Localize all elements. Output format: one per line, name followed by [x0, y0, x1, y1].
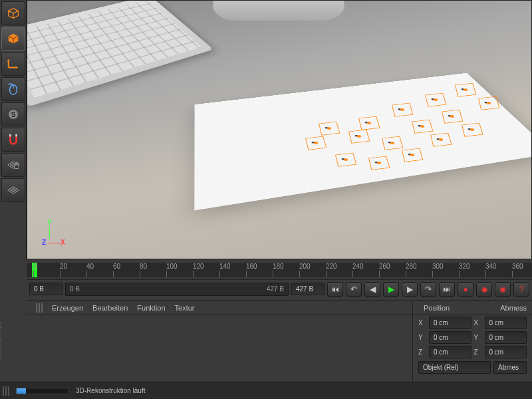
coord-x-label2: X: [474, 319, 482, 327]
goto-last-button[interactable]: ⏭: [439, 282, 455, 297]
timeline-tick: 320: [459, 263, 470, 270]
size-column-label: Abmess: [500, 304, 527, 312]
tool-grid-lock-icon[interactable]: [1, 153, 25, 177]
autokey-button[interactable]: ◉: [495, 282, 511, 297]
timeline-tick: 160: [246, 263, 257, 270]
motion-tracker-marker[interactable]: [392, 103, 413, 117]
timeline-tick: 200: [299, 263, 311, 270]
motion-tracker-marker[interactable]: [455, 83, 476, 97]
panel-grip-icon[interactable]: [36, 303, 43, 313]
rewind-button[interactable]: ↶: [346, 282, 362, 297]
status-text: 3D-Rekonstruktion läuft: [76, 387, 146, 394]
attribute-left: Erzeugen Bearbeiten Funktion Textur: [27, 301, 412, 382]
tool-model-solid-icon[interactable]: [1, 27, 25, 51]
timeline-tick: 60: [113, 263, 120, 270]
timeline-tick: 40: [86, 263, 94, 270]
timeline-current-field[interactable]: 427 B: [291, 283, 325, 295]
coord-y-label: Y: [418, 334, 426, 341]
coord-x-label: X: [418, 319, 426, 327]
axis-x-label: X: [61, 239, 65, 246]
svg-rect-6: [15, 165, 19, 169]
timeline-tick: 340: [485, 263, 497, 270]
menu-textur[interactable]: Textur: [175, 304, 195, 312]
motion-tracker-marker[interactable]: [348, 130, 370, 144]
coord-mode-select[interactable]: Objekt (Rel): [418, 361, 491, 374]
motion-tracker-marker[interactable]: [425, 93, 446, 107]
coord-y-position-field[interactable]: 0 cm: [429, 331, 471, 344]
motion-tracker-marker[interactable]: [402, 148, 423, 162]
timeline-tick: 20: [60, 263, 67, 270]
goto-first-button[interactable]: ⏮: [327, 282, 343, 297]
coord-y-label2: Y: [474, 334, 482, 341]
menu-erzeugen[interactable]: Erzeugen: [52, 304, 83, 312]
timeline-ruler[interactable]: 0204060801001201401601802002202402602803…: [27, 263, 532, 277]
timeline-tick: 240: [352, 263, 364, 270]
range-end-label: 427 B: [267, 285, 284, 293]
svg-rect-5: [15, 134, 17, 137]
tool-model-wire-icon[interactable]: [1, 1, 25, 25]
menu-funktion[interactable]: Funktion: [137, 304, 165, 312]
motion-tracker-marker[interactable]: [319, 122, 340, 136]
coord-x-position-field[interactable]: 0 cm: [429, 317, 471, 329]
timeline-tick: 80: [140, 263, 147, 270]
brand-logo: MAXON CINEMA 4D: [0, 321, 3, 359]
tool-grid-icon[interactable]: [1, 178, 25, 202]
timeline-tick: 140: [219, 263, 231, 270]
attribute-menu: Erzeugen Bearbeiten Funktion Textur: [27, 301, 412, 315]
keyframe-button[interactable]: ◆: [476, 282, 492, 297]
timeline-tick: 100: [166, 263, 178, 270]
motion-tracker-marker[interactable]: [412, 120, 433, 134]
timeline-tick: 220: [326, 263, 337, 270]
next-frame-button[interactable]: ▶: [402, 282, 418, 297]
scene-monitor-base: [209, 0, 348, 21]
motion-tracker-marker[interactable]: [442, 110, 463, 124]
motion-tracker-marker[interactable]: [430, 133, 452, 147]
coord-z-label2: Z: [474, 348, 482, 356]
motion-tracker-marker[interactable]: [478, 96, 499, 110]
tool-axis-move-icon[interactable]: [1, 52, 25, 76]
prev-frame-button[interactable]: ◀: [364, 282, 380, 297]
timeline-tick: 280: [406, 263, 417, 270]
svg-text:S: S: [11, 111, 16, 118]
timeline-tick: 0: [33, 263, 37, 270]
range-start-label: 0 B: [70, 285, 80, 293]
coordinates-panel: Position Abmess X 0 cm X 0 cm Y 0 cm Y 0…: [412, 301, 532, 382]
motion-tracker-marker[interactable]: [382, 136, 403, 150]
record-button[interactable]: ●: [458, 282, 473, 297]
brand-line2: CINEMA 4D: [0, 321, 3, 359]
timeline-tick: 260: [379, 263, 390, 270]
motion-tracker-marker[interactable]: [462, 123, 483, 137]
viewport[interactable]: Y X Z: [27, 0, 532, 259]
transport-bar: 0 B 0 B 427 B 427 B ⏮ ↶ ◀ ▶ ▶ ↷ ⏭ ● ◆ ◉ …: [27, 279, 532, 298]
coord-z-size-field[interactable]: 0 cm: [485, 346, 527, 358]
coord-z-label: Z: [418, 348, 426, 356]
size-mode-select[interactable]: Abmes: [493, 361, 527, 374]
status-grip-icon[interactable]: [3, 386, 9, 396]
tool-magnet-icon[interactable]: [1, 128, 25, 152]
position-column-label: Position: [424, 304, 450, 312]
svg-rect-4: [9, 134, 11, 137]
left-toolbar: S: [0, 0, 27, 259]
motion-tracker-marker[interactable]: [358, 116, 380, 130]
help-button[interactable]: ?: [513, 282, 529, 297]
menu-bearbeiten[interactable]: Bearbeiten: [92, 304, 128, 312]
forward-button[interactable]: ↷: [420, 282, 436, 297]
axis-y-label: Y: [47, 219, 52, 226]
tool-mouse-icon[interactable]: [1, 77, 25, 101]
timeline-tick: 120: [193, 263, 204, 270]
motion-tracker-marker[interactable]: [335, 153, 356, 167]
tool-sphere-s-icon[interactable]: S: [1, 102, 25, 126]
play-button[interactable]: ▶: [383, 282, 399, 297]
axis-z-label: Z: [42, 239, 46, 246]
coord-z-position-field[interactable]: 0 cm: [429, 346, 471, 358]
scene-keyboard: [27, 0, 213, 107]
timeline-tick: 180: [273, 263, 284, 270]
coord-x-size-field[interactable]: 0 cm: [485, 317, 527, 329]
coord-y-size-field[interactable]: 0 cm: [485, 331, 527, 344]
viewport-scene: Y X Z: [27, 1, 531, 259]
timeline-start-field[interactable]: 0 B: [29, 283, 63, 295]
timeline-range-bar[interactable]: 0 B 427 B: [65, 283, 289, 296]
motion-tracker-marker[interactable]: [305, 136, 327, 150]
status-bar: 3D-Rekonstruktion läuft: [0, 382, 532, 399]
motion-tracker-marker[interactable]: [368, 156, 390, 170]
